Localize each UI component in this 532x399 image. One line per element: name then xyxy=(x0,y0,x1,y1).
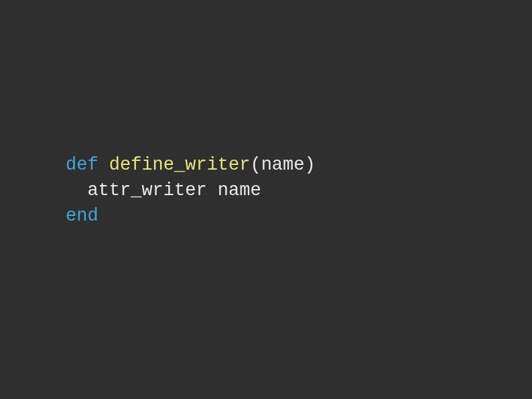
code-block: def define_writer(name) attr_writer name… xyxy=(66,153,316,229)
indent xyxy=(66,180,87,201)
code-line-2: attr_writer name xyxy=(66,178,316,204)
keyword-end: end xyxy=(66,206,98,226)
code-line-3: end xyxy=(66,204,316,229)
code-line-1: def define_writer(name) xyxy=(66,153,316,178)
method-name: define_writer xyxy=(109,155,251,175)
method-body: attr_writer name xyxy=(87,180,261,201)
space xyxy=(98,155,109,175)
keyword-def: def xyxy=(66,155,98,175)
params: (name) xyxy=(250,155,315,175)
